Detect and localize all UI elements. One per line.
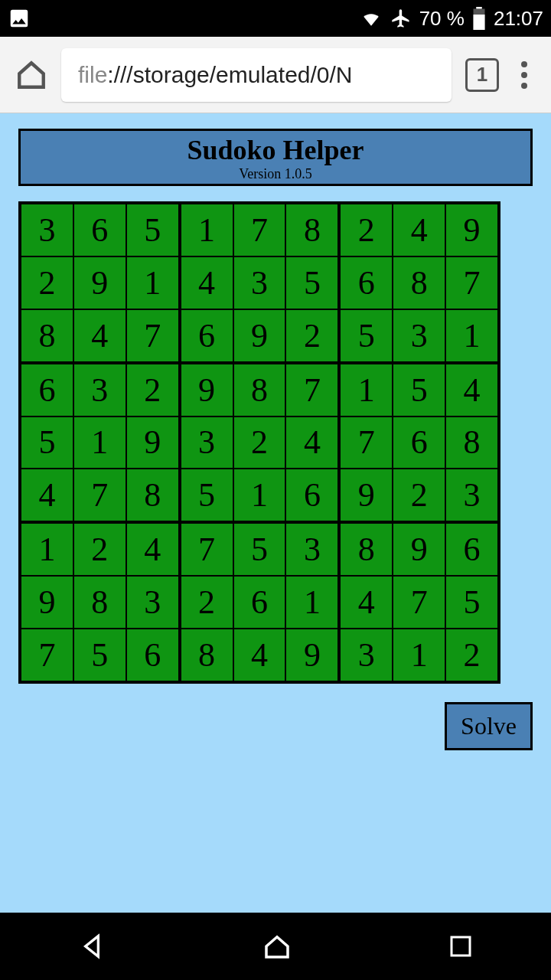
sudoku-cell[interactable]: 6	[21, 364, 73, 416]
sudoku-cell[interactable]: 4	[181, 257, 233, 309]
sudoku-box: 896475312	[341, 524, 497, 681]
sudoku-cell[interactable]: 9	[21, 577, 73, 628]
sudoku-cell[interactable]: 5	[286, 257, 337, 309]
sudoku-cell[interactable]: 2	[21, 257, 73, 309]
sudoku-cell[interactable]: 9	[393, 524, 445, 575]
sudoku-cell[interactable]: 2	[393, 469, 445, 521]
sudoku-cell[interactable]: 5	[74, 629, 126, 681]
sudoku-cell[interactable]: 4	[74, 310, 126, 361]
sudoku-cell[interactable]: 9	[181, 364, 233, 416]
sudoku-cell[interactable]: 5	[393, 364, 445, 416]
sudoku-cell[interactable]: 7	[21, 629, 73, 681]
sudoku-cell[interactable]: 9	[446, 204, 497, 256]
sudoku-cell[interactable]: 4	[341, 577, 392, 628]
sudoku-cell[interactable]: 8	[341, 524, 392, 575]
sudoku-cell[interactable]: 9	[341, 469, 392, 521]
airplane-icon	[390, 8, 412, 29]
sudoku-cell[interactable]: 7	[74, 469, 126, 521]
sudoku-cell[interactable]: 5	[21, 417, 73, 469]
wifi-icon	[360, 8, 383, 28]
sudoku-cell[interactable]: 4	[393, 204, 445, 256]
sudoku-cell[interactable]: 3	[393, 310, 445, 361]
sudoku-cell[interactable]: 4	[446, 364, 497, 416]
sudoku-cell[interactable]: 1	[234, 469, 285, 521]
sudoku-cell[interactable]: 3	[234, 257, 285, 309]
sudoku-cell[interactable]: 9	[127, 417, 178, 469]
sudoku-cell[interactable]: 8	[127, 469, 178, 521]
home-nav-icon[interactable]	[261, 930, 293, 962]
sudoku-cell[interactable]: 2	[286, 310, 337, 361]
sudoku-cell[interactable]: 7	[234, 204, 285, 256]
sudoku-cell[interactable]: 1	[21, 524, 73, 575]
sudoku-cell[interactable]: 5	[127, 204, 178, 256]
sudoku-cell[interactable]: 2	[341, 204, 392, 256]
svg-rect-3	[452, 937, 470, 956]
sudoku-cell[interactable]: 7	[286, 364, 337, 416]
sudoku-box: 365291847	[21, 204, 178, 361]
picture-icon	[8, 7, 31, 30]
sudoku-cell[interactable]: 2	[234, 417, 285, 469]
sudoku-cell[interactable]: 1	[446, 310, 497, 361]
sudoku-cell[interactable]: 3	[21, 204, 73, 256]
sudoku-cell[interactable]: 8	[21, 310, 73, 361]
sudoku-cell[interactable]: 5	[181, 469, 233, 521]
tab-count-button[interactable]: 1	[465, 58, 499, 92]
sudoku-cell[interactable]: 6	[74, 204, 126, 256]
sudoku-cell[interactable]: 2	[127, 364, 178, 416]
sudoku-cell[interactable]: 1	[341, 364, 392, 416]
sudoku-cell[interactable]: 3	[286, 524, 337, 575]
sudoku-cell[interactable]: 8	[286, 204, 337, 256]
sudoku-cell[interactable]: 2	[74, 524, 126, 575]
sudoku-cell[interactable]: 9	[234, 310, 285, 361]
sudoku-cell[interactable]: 6	[393, 417, 445, 469]
sudoku-cell[interactable]: 4	[127, 524, 178, 575]
sudoku-box: 124983756	[21, 524, 178, 681]
sudoku-cell[interactable]: 5	[446, 577, 497, 628]
sudoku-cell[interactable]: 1	[181, 204, 233, 256]
sudoku-cell[interactable]: 8	[393, 257, 445, 309]
sudoku-cell[interactable]: 4	[286, 417, 337, 469]
sudoku-cell[interactable]: 5	[234, 524, 285, 575]
sudoku-cell[interactable]: 6	[181, 310, 233, 361]
sudoku-cell[interactable]: 1	[74, 417, 126, 469]
sudoku-cell[interactable]: 8	[181, 629, 233, 681]
more-menu-icon[interactable]	[513, 61, 536, 89]
sudoku-grid: 3652918471784356922496875316325194789873…	[18, 201, 500, 684]
sudoku-cell[interactable]: 7	[127, 310, 178, 361]
sudoku-box: 632519478	[21, 364, 178, 521]
sudoku-cell[interactable]: 7	[341, 417, 392, 469]
sudoku-cell[interactable]: 3	[446, 469, 497, 521]
solve-button[interactable]: Solve	[445, 702, 533, 750]
sudoku-cell[interactable]: 3	[341, 629, 392, 681]
sudoku-cell[interactable]: 4	[234, 629, 285, 681]
sudoku-cell[interactable]: 3	[181, 417, 233, 469]
sudoku-cell[interactable]: 2	[446, 629, 497, 681]
sudoku-cell[interactable]: 1	[393, 629, 445, 681]
sudoku-cell[interactable]: 5	[341, 310, 392, 361]
android-status-bar: 70 % 21:07	[0, 0, 551, 37]
sudoku-cell[interactable]: 9	[74, 257, 126, 309]
sudoku-cell[interactable]: 4	[21, 469, 73, 521]
sudoku-cell[interactable]: 6	[446, 524, 497, 575]
sudoku-cell[interactable]: 1	[127, 257, 178, 309]
sudoku-cell[interactable]: 6	[341, 257, 392, 309]
sudoku-cell[interactable]: 8	[234, 364, 285, 416]
sudoku-cell[interactable]: 3	[127, 577, 178, 628]
sudoku-cell[interactable]: 9	[286, 629, 337, 681]
sudoku-cell[interactable]: 6	[286, 469, 337, 521]
sudoku-cell[interactable]: 7	[393, 577, 445, 628]
sudoku-cell[interactable]: 2	[181, 577, 233, 628]
back-icon[interactable]	[77, 931, 107, 962]
recent-apps-icon[interactable]	[447, 933, 474, 960]
sudoku-cell[interactable]: 7	[181, 524, 233, 575]
sudoku-cell[interactable]: 7	[446, 257, 497, 309]
sudoku-cell[interactable]: 1	[286, 577, 337, 628]
sudoku-cell[interactable]: 6	[234, 577, 285, 628]
home-icon[interactable]	[15, 59, 47, 91]
sudoku-cell[interactable]: 3	[74, 364, 126, 416]
sudoku-box: 178435692	[181, 204, 338, 361]
sudoku-cell[interactable]: 8	[446, 417, 497, 469]
sudoku-cell[interactable]: 8	[74, 577, 126, 628]
sudoku-cell[interactable]: 6	[127, 629, 178, 681]
url-bar[interactable]: file:///storage/emulated/0/N	[61, 48, 452, 102]
